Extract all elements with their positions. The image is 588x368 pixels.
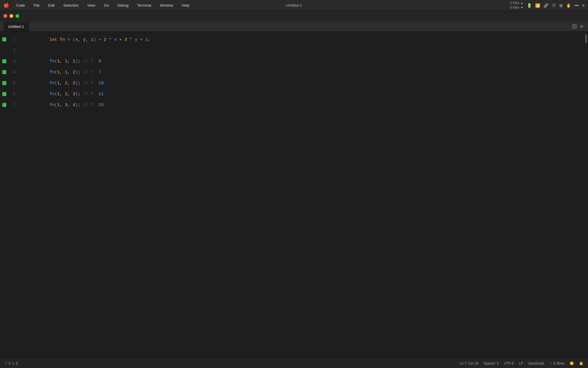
apple-menu[interactable]: 🍎: [3, 3, 9, 8]
tab-label: Untitled-1: [8, 24, 24, 29]
list-icon: ≡: [582, 3, 585, 8]
code-line-7: 7 fn(1, 3, 4); // ? 15: [0, 99, 584, 110]
editor-container: 1 let fn = (x, y, z) ⇒ 2 * x + 3 * y + z…: [0, 32, 588, 358]
line-number-7: 7: [9, 103, 16, 107]
status-bar-right: Ln 7, Col 18 Spaces: 2 UTF-8 LF JavaScri…: [460, 361, 583, 365]
battery-icon: 🔋: [527, 3, 532, 8]
test-indicator-7[interactable]: [2, 103, 6, 107]
tab-bar-icons: [572, 21, 588, 31]
menu-terminal[interactable]: Terminal: [136, 2, 153, 8]
menu-window[interactable]: Window: [158, 2, 175, 8]
error-count-value: 0: [9, 361, 11, 365]
language-mode[interactable]: JavaScript: [528, 361, 544, 365]
window-title: Untitled-1: [286, 3, 302, 7]
line-gutter-7: 7: [2, 103, 20, 107]
hand-icon: ✋: [566, 3, 571, 8]
maximize-button[interactable]: [16, 14, 19, 18]
split-editor-icon[interactable]: [572, 24, 577, 28]
test-indicator-1[interactable]: [2, 37, 6, 41]
eol-sequence[interactable]: LF: [519, 361, 523, 365]
test-indicator-2-empty: [2, 48, 6, 52]
line-gutter-2: 2: [2, 48, 20, 53]
code-content-7: fn(1, 3, 4); // ? 15: [20, 98, 104, 112]
menu-go[interactable]: Go: [102, 2, 111, 8]
close-button[interactable]: [3, 14, 7, 18]
test-indicator-5[interactable]: [2, 81, 6, 85]
link-icon: 🔗: [543, 3, 548, 8]
menu-bar-right: 2 KB/s ▲ 0 KB/s ▼ 🔋 📶 🔗 ⏱ ⊞ ✋ ••• ≡: [510, 1, 585, 10]
notification-icon[interactable]: 🔔: [579, 361, 583, 365]
menu-file[interactable]: File: [32, 2, 41, 8]
time-icon: ⏱: [552, 3, 556, 8]
more-icon: •••: [575, 3, 579, 8]
line-number-2: 2: [9, 48, 16, 53]
menu-bar-left: 🍎 Code File Edit Selection View Go Debug…: [3, 2, 191, 8]
wifi-icon: 📶: [535, 3, 540, 8]
line-number-4: 4: [9, 70, 16, 74]
error-count[interactable]: ✕ 0 ⚠ 0: [5, 361, 18, 365]
traffic-lights-bar: [0, 11, 588, 21]
menu-selection[interactable]: Selection: [61, 2, 80, 8]
indentation[interactable]: Spaces: 2: [483, 361, 499, 365]
line-gutter-3: 3: [2, 59, 20, 64]
grid-icon: ⊞: [559, 3, 563, 8]
line-number-6: 6: [9, 92, 16, 96]
test-timing: ✓ 3.36ms: [549, 361, 564, 365]
code-line-1: 1 let fn = (x, y, z) ⇒ 2 * x + 3 * y + z…: [0, 34, 584, 45]
scrollbar-track[interactable]: [584, 32, 588, 358]
menu-edit[interactable]: Edit: [47, 2, 56, 8]
test-indicator-6[interactable]: [2, 92, 6, 96]
tab-untitled-1[interactable]: Untitled-1: [3, 21, 29, 31]
line-number-1: 1: [9, 37, 16, 42]
error-icon: ✕: [5, 361, 7, 365]
menu-bar: 🍎 Code File Edit Selection View Go Debug…: [0, 0, 588, 11]
smiley-icon[interactable]: 🙂: [570, 361, 574, 365]
line-number-3: 3: [9, 59, 16, 64]
status-bar: ✕ 0 ⚠ 0 Ln 7, Col 18 Spaces: 2 UTF-8 LF …: [0, 358, 588, 368]
warning-icon: ⚠: [12, 361, 15, 365]
status-bar-left: ✕ 0 ⚠ 0: [5, 361, 18, 365]
test-indicator-4[interactable]: [2, 70, 6, 74]
menu-debug[interactable]: Debug: [116, 2, 130, 8]
line-number-5: 5: [9, 81, 16, 85]
tab-bar: Untitled-1: [0, 21, 588, 32]
minimize-button[interactable]: [9, 14, 13, 18]
line-gutter-4: 4: [2, 70, 20, 74]
menu-help[interactable]: Help: [180, 2, 191, 8]
file-encoding[interactable]: UTF-8: [504, 361, 514, 365]
menu-code[interactable]: Code: [14, 2, 27, 8]
cursor-position[interactable]: Ln 7, Col 18: [460, 361, 478, 365]
line-gutter-5: 5: [2, 81, 20, 85]
settings-icon[interactable]: [580, 25, 583, 28]
menu-view[interactable]: View: [86, 2, 97, 8]
editor-main[interactable]: 1 let fn = (x, y, z) ⇒ 2 * x + 3 * y + z…: [0, 32, 584, 358]
network-info: 2 KB/s ▲ 0 KB/s ▼: [510, 1, 523, 10]
scrollbar-thumb[interactable]: [585, 34, 587, 43]
test-indicator-3[interactable]: [2, 59, 6, 63]
line-gutter-1: 1: [2, 37, 20, 42]
code-content-1: let fn = (x, y, z) ⇒ 2 * x + 3 * y + z;: [20, 32, 150, 47]
warning-count-value: 0: [16, 361, 18, 365]
line-gutter-6: 6: [2, 92, 20, 96]
